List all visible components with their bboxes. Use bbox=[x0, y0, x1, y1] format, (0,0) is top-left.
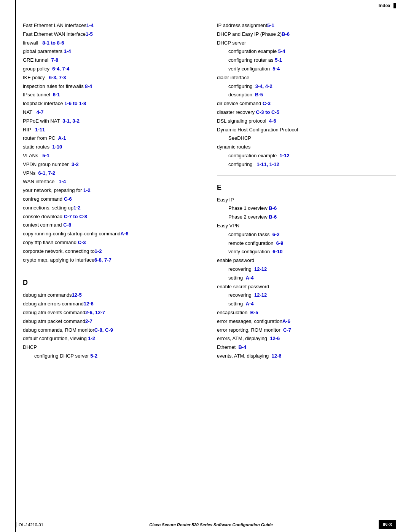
entry-link[interactable]: 3-2 bbox=[72, 161, 79, 167]
entry-text: configuration example bbox=[228, 48, 278, 54]
list-item: debug atm commands12-5 bbox=[23, 291, 198, 299]
entry-link[interactable]: 1-11 bbox=[35, 127, 45, 133]
entry-link[interactable]: C-6 bbox=[64, 196, 72, 202]
entry-link[interactable]: 5-4 bbox=[278, 48, 285, 54]
entry-link[interactable]: 5-1 bbox=[267, 22, 274, 28]
list-item: Dynamic Host Configuration Protocol bbox=[217, 126, 396, 134]
entry-link[interactable]: B-4 bbox=[238, 344, 246, 350]
entry-text: copy tftp flash command bbox=[23, 240, 78, 245]
entry-link[interactable]: 3-1, 3-2 bbox=[62, 118, 80, 124]
entry-text: WAN interface bbox=[23, 179, 59, 184]
entry-link[interactable]: 5-2 bbox=[90, 353, 97, 359]
list-item: Easy IP bbox=[217, 196, 396, 204]
list-item: group policy 6-4, 7-4 bbox=[23, 65, 198, 73]
entry-text: your network, preparing for bbox=[23, 187, 83, 193]
entry-link[interactable]: 6-9 bbox=[276, 240, 284, 246]
entry-text: inspection rules for firewalls bbox=[23, 83, 85, 89]
list-item: VPNs 6-1, 7-2 bbox=[23, 169, 198, 177]
entry-link[interactable]: 1-4 bbox=[59, 179, 66, 184]
entry-link[interactable]: 6-2 bbox=[272, 232, 280, 237]
entry-link[interactable]: B-6 bbox=[269, 214, 277, 220]
entry-link[interactable]: 12-6 bbox=[272, 353, 282, 359]
entry-link[interactable]: 4-7 bbox=[37, 109, 44, 115]
entry-link[interactable]: B-6 bbox=[282, 31, 290, 37]
entry-link[interactable]: 5-4 bbox=[272, 66, 280, 72]
entry-link[interactable]: 12-6 bbox=[84, 301, 94, 307]
header-index: Index bbox=[379, 3, 396, 8]
entry-link[interactable]: 6-1 bbox=[53, 92, 60, 97]
entry-text: debug commands, ROM monitor bbox=[23, 327, 94, 333]
entry-link[interactable]: 1-10 bbox=[52, 144, 62, 150]
entry-link[interactable]: 1-12 bbox=[279, 153, 289, 158]
entry-link[interactable]: 6-8, 7-7 bbox=[94, 257, 112, 263]
footer-title: Cisco Secure Router 520 Series Software … bbox=[149, 522, 273, 527]
entry-link[interactable]: A-6 bbox=[282, 318, 290, 324]
list-item: configuring DHCP server 5-2 bbox=[23, 352, 198, 360]
entry-link[interactable]: 2-6, 12-7 bbox=[85, 310, 105, 315]
list-item: debug commands, ROM monitorC-8, C-9 bbox=[23, 326, 198, 334]
list-item: configuration example 1-12 bbox=[217, 152, 396, 160]
entry-link[interactable]: C-3 bbox=[263, 101, 271, 106]
list-item: Easy VPN bbox=[217, 222, 396, 230]
entry-link[interactable]: 12-6 bbox=[270, 335, 280, 341]
entry-link[interactable]: 6-3, 7-3 bbox=[49, 75, 66, 80]
footer-bar-mark bbox=[15, 522, 16, 527]
entry-link[interactable]: 4-6 bbox=[269, 118, 276, 124]
entry-text: debug atm events command bbox=[23, 310, 85, 315]
entry-link[interactable]: C-3 to C-5 bbox=[256, 109, 279, 115]
entry-text: setting bbox=[228, 301, 246, 307]
list-item: recovering 12-12 bbox=[217, 291, 396, 299]
entry-link[interactable]: C-8, C-9 bbox=[94, 327, 113, 333]
entry-link[interactable]: C-7 bbox=[283, 327, 291, 333]
entry-link[interactable]: 6-4, 7-4 bbox=[52, 66, 69, 72]
entry-link[interactable]: 1-2 bbox=[95, 248, 102, 254]
entry-text: DSL signaling protocol bbox=[217, 118, 269, 124]
entry-link[interactable]: 8-4 bbox=[85, 83, 92, 89]
entry-text: copy running-config startup-config comma… bbox=[23, 231, 121, 236]
list-item: loopback interface 1-6 to 1-8 bbox=[23, 100, 198, 108]
entry-link[interactable]: 6-10 bbox=[272, 249, 282, 254]
left-border bbox=[15, 0, 16, 532]
list-item: remote configuration 6-9 bbox=[217, 240, 396, 248]
entry-link[interactable]: 1-2 bbox=[83, 187, 91, 193]
entry-link[interactable]: 5-1 bbox=[42, 153, 49, 158]
entry-text: Fast Ethernet WAN interface bbox=[23, 31, 86, 37]
entry-link[interactable]: 6-1, 7-2 bbox=[38, 170, 55, 176]
entry-link[interactable]: 3-4, 4-2 bbox=[255, 83, 272, 89]
entry-text: PPPoE with NAT bbox=[23, 118, 62, 124]
entry-link[interactable]: 1-2 bbox=[73, 205, 81, 211]
entry-link[interactable]: 1-5 bbox=[86, 31, 93, 37]
entry-link[interactable]: 12-12 bbox=[254, 292, 267, 298]
entry-link[interactable]: 1-6 to 1-8 bbox=[64, 101, 86, 106]
list-item: events, ATM, displaying 12-6 bbox=[217, 352, 396, 360]
entry-link[interactable]: 5-1 bbox=[275, 57, 282, 63]
entry-link[interactable]: A-1 bbox=[58, 135, 66, 141]
list-item: disaster recovery C-3 to C-5 bbox=[217, 109, 396, 117]
entry-link[interactable]: 1-4 bbox=[86, 22, 94, 28]
entry-link[interactable]: B-5 bbox=[255, 92, 263, 97]
entry-link[interactable]: 1-11, 1-12 bbox=[256, 161, 279, 167]
list-item: dir device command C-3 bbox=[217, 100, 396, 108]
entry-link[interactable]: C-3 bbox=[78, 240, 86, 245]
entry-link[interactable]: 1-2 bbox=[88, 335, 95, 341]
entry-link[interactable]: A-4 bbox=[246, 301, 254, 307]
section-divider-e bbox=[217, 176, 396, 176]
list-item: inspection rules for firewalls 8-4 bbox=[23, 83, 198, 91]
entry-link[interactable]: B-5 bbox=[250, 310, 258, 315]
list-item: configuring 1-11, 1-12 bbox=[217, 161, 396, 169]
entry-link[interactable]: 12-5 bbox=[72, 292, 82, 298]
entry-link[interactable]: 12-12 bbox=[254, 266, 267, 272]
entry-link[interactable]: 8-1 to 8-6 bbox=[42, 40, 64, 46]
entry-link[interactable]: A-6 bbox=[121, 231, 129, 236]
entry-link[interactable]: C-8 bbox=[63, 222, 71, 228]
entry-text: configuring DHCP server bbox=[34, 353, 90, 359]
entry-link[interactable]: 1-4 bbox=[64, 48, 71, 54]
entry-link[interactable]: A-4 bbox=[246, 275, 254, 281]
list-item: DSL signaling protocol 4-6 bbox=[217, 117, 396, 125]
list-item: VPDN group number 3-2 bbox=[23, 161, 198, 169]
entry-link[interactable]: 7-8 bbox=[51, 57, 58, 63]
entry-link[interactable]: C-7 to C-8 bbox=[64, 214, 87, 219]
list-item: configuring router as 5-1 bbox=[217, 56, 396, 64]
entry-link[interactable]: 2-7 bbox=[85, 318, 92, 324]
entry-link[interactable]: B-6 bbox=[269, 205, 277, 211]
